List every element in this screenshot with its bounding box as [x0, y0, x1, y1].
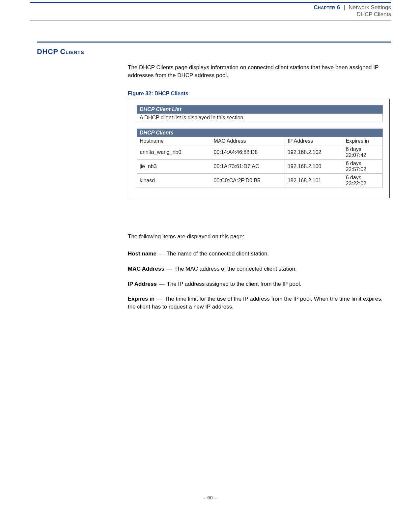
- section-divider: [37, 42, 391, 43]
- cell-mac: 00:1A:73:61:D7:AC: [211, 160, 285, 174]
- cell-hostname: jie_nb3: [137, 160, 211, 174]
- cell-ip: 192.168.2.101: [285, 174, 343, 188]
- col-header-hostname: Hostname: [137, 137, 211, 145]
- table-row: annita_wang_nb0 00:14:A4:46:88:D8 192.16…: [137, 145, 383, 160]
- header-chapter: Chapter 6: [314, 4, 340, 11]
- definition-term: Expires in: [128, 296, 154, 302]
- panel-clients-title: DHCP Clients: [137, 129, 383, 137]
- table-row: jie_nb3 00:1A:73:61:D7:AC 192.168.2.100 …: [137, 160, 383, 174]
- definitions-list: Host name — The name of the connected cl…: [128, 250, 391, 318]
- dhcp-clients-table: DHCP Clients Hostname MAC Address IP Add…: [137, 129, 383, 188]
- header-section: Network Settings: [349, 4, 391, 11]
- figure-caption: Figure 32: DHCP Clients: [128, 90, 391, 97]
- definition-term: Host name: [128, 251, 156, 257]
- header-separator: |: [342, 4, 347, 11]
- panel-client-list: DHCP Client List A DHCP client list is d…: [137, 105, 383, 122]
- definition-desc: The MAC address of the connected client …: [174, 266, 296, 272]
- page-number: – 60 –: [0, 495, 420, 500]
- cell-ip: 192.168.2.102: [285, 145, 343, 160]
- section-heading: DHCP Clients: [37, 47, 84, 56]
- cell-ip: 192.168.2.100: [285, 160, 343, 174]
- cell-expires: 6 days 22:57:02: [343, 160, 382, 174]
- definition-item: Expires in — The time limit for the use …: [128, 295, 391, 311]
- panel-client-list-title: DHCP Client List: [137, 105, 383, 114]
- col-header-ip: IP Address: [285, 137, 343, 145]
- definition-item: IP Address — The IP address assigned to …: [128, 280, 391, 288]
- definition-term: IP Address: [128, 281, 157, 287]
- definition-term: MAC Address: [128, 266, 164, 272]
- definition-desc: The IP address assigned to the client fr…: [167, 281, 301, 287]
- header-subsection: DHCP Clients: [314, 11, 391, 18]
- cell-mac: 00:14:A4:46:88:D8: [211, 145, 285, 160]
- col-header-mac: MAC Address: [211, 137, 285, 145]
- cell-expires: 6 days 22:07:42: [343, 145, 382, 160]
- panel-client-list-desc: A DHCP client list is displayed in this …: [137, 114, 383, 122]
- cell-hostname: klnasd: [137, 174, 211, 188]
- figure-screenshot: DHCP Client List A DHCP client list is d…: [128, 99, 390, 198]
- intro-paragraph: The DHCP Clients page displays informati…: [128, 64, 391, 79]
- col-header-expires: Expires in: [343, 137, 382, 145]
- table-row: klnasd 00:C0:CA:2F:D0:B5 192.168.2.101 6…: [137, 174, 383, 188]
- page-header: Chapter 6 | Network Settings DHCP Client…: [314, 4, 391, 18]
- outro-paragraph: The following items are displayed on thi…: [128, 233, 391, 241]
- definition-item: MAC Address — The MAC address of the con…: [128, 265, 391, 273]
- header-top-rule: [30, 2, 391, 3]
- definition-desc: The time limit for the use of the IP add…: [128, 296, 382, 310]
- cell-hostname: annita_wang_nb0: [137, 145, 211, 160]
- definition-item: Host name — The name of the connected cl…: [128, 250, 391, 258]
- definition-desc: The name of the connected client station…: [166, 251, 269, 257]
- cell-mac: 00:C0:CA:2F:D0:B5: [211, 174, 285, 188]
- cell-expires: 6 days 23:22:02: [343, 174, 382, 188]
- header-bottom-rule: [30, 20, 391, 21]
- section-heading-text: DHCP Clients: [37, 47, 84, 56]
